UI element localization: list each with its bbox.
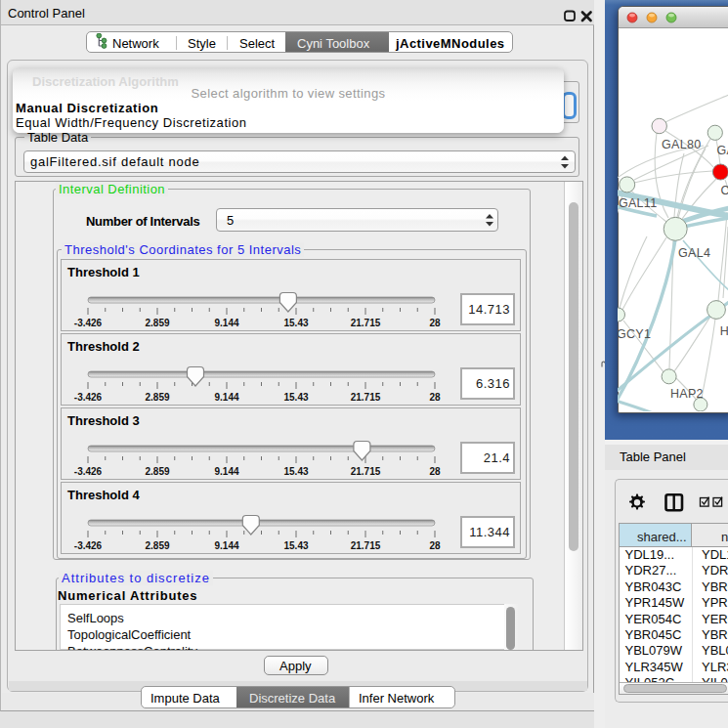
- svg-text:GAL4: GAL4: [678, 246, 710, 260]
- svg-text:GA: GA: [717, 144, 728, 157]
- svg-text:HAP2: HAP2: [670, 387, 704, 401]
- svg-text:GCY1: GCY1: [618, 327, 651, 341]
- svg-text:CD: CD: [721, 184, 728, 197]
- svg-text:HA: HA: [720, 324, 728, 338]
- svg-text:GAL80: GAL80: [662, 138, 701, 151]
- svg-text:GAL11: GAL11: [619, 196, 658, 210]
